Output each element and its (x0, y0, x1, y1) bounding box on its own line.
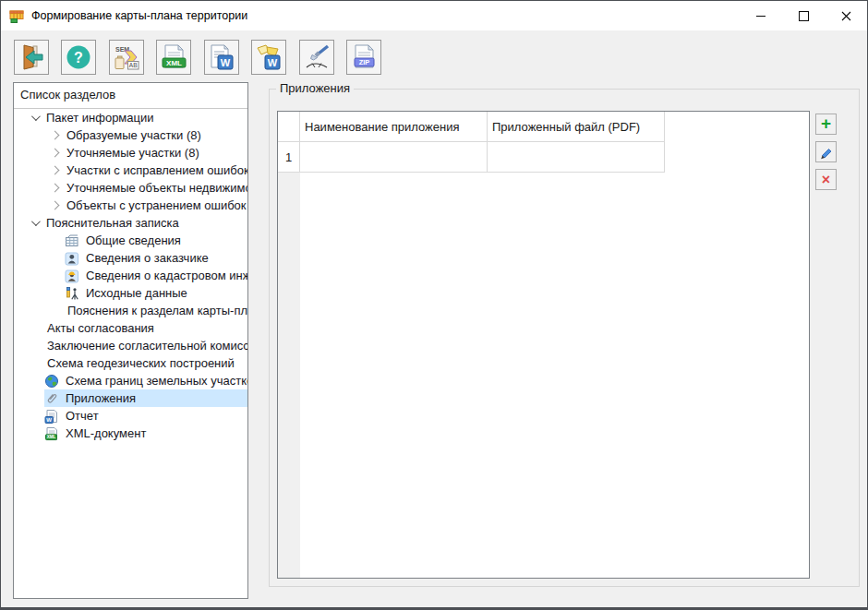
svg-text:W: W (46, 417, 52, 423)
tree-item-body[interactable]: Исходные данные (65, 284, 247, 302)
tree-item-body[interactable]: Участки с исправлением ошибок ... (64, 161, 247, 179)
tree-item-body[interactable]: Пакет информации (43, 109, 247, 126)
tree-indent (14, 319, 44, 337)
minimize-button[interactable] (740, 1, 782, 30)
tree-item[interactable]: Общие сведения (14, 232, 247, 249)
exit-button[interactable] (14, 40, 49, 75)
chevron-expanded-icon[interactable] (25, 109, 43, 126)
tree-item[interactable]: Приложения (14, 389, 247, 407)
tree-item[interactable]: Объекты с устранением ошибок ... (14, 197, 247, 214)
tree-item[interactable]: Акты согласования (14, 319, 247, 337)
tree-item-label: Акты согласования (44, 321, 157, 335)
tree-item-label: Общие сведения (83, 233, 184, 247)
attachments-group-label: Приложения (276, 81, 354, 95)
tree-item-body[interactable]: Заключение согласительной комиссии (44, 337, 247, 354)
tree-item[interactable]: Сведения о кадастровом инж... (14, 267, 247, 284)
tree-item-label: Образуемые участки (8) (64, 128, 204, 142)
tree-item[interactable]: Участки с исправлением ошибок ... (14, 161, 247, 179)
tree-indent (14, 425, 44, 442)
draw-scheme-button[interactable] (299, 40, 334, 75)
tree-item[interactable]: Пояснительная записка (14, 214, 247, 232)
export-xml-button[interactable]: XML (156, 40, 191, 75)
tree-item-body[interactable]: Схема границ земельных участков (44, 372, 247, 389)
attachment-name-cell[interactable] (300, 142, 488, 173)
tree-item[interactable]: Пояснения к разделам карты-пл... (14, 302, 247, 319)
tree-item[interactable]: Исходные данные (14, 284, 247, 302)
tree-item[interactable]: XMLXML-документ (14, 425, 247, 442)
sem-editor-icon: SEM AB (113, 43, 140, 71)
zip-file-icon: ZIP (350, 43, 378, 71)
tree-item-body[interactable]: WОтчет (44, 407, 247, 425)
tree-item[interactable]: WОтчет (14, 407, 247, 425)
chevron-collapsed-icon[interactable] (45, 126, 64, 144)
tree-item-body[interactable]: Объекты с устранением ошибок ... (64, 197, 247, 214)
svg-text:AB: AB (129, 62, 138, 68)
tree-item-label: XML-документ (63, 426, 149, 440)
export-word-button[interactable]: W (204, 40, 239, 75)
tree-indent (14, 337, 44, 354)
tree-item-label: Приложения (63, 391, 139, 405)
tree-item[interactable]: Схема геодезических построений (14, 354, 247, 372)
section-tree: Пакет информацииОбразуемые участки (8)Ут… (14, 109, 247, 442)
tree-item[interactable]: Сведения о заказчике (14, 249, 247, 267)
tree-item-body[interactable]: Общие сведения (65, 232, 247, 249)
edit-attachment-button[interactable] (815, 141, 837, 162)
tree-item-body[interactable]: Схема геодезических построений (44, 354, 247, 372)
tree-item[interactable]: Образуемые участки (8) (14, 126, 247, 144)
tree-item-label: Сведения о заказчике (83, 251, 211, 265)
column-header[interactable]: Приложенный файл (PDF) (488, 112, 665, 142)
tree-item-body[interactable]: Пояснительная записка (43, 214, 247, 232)
chevron-collapsed-icon[interactable] (45, 197, 64, 214)
chevron-collapsed-icon[interactable] (45, 144, 64, 161)
tree-indent (14, 214, 25, 232)
tree-item-body[interactable]: Образуемые участки (8) (64, 126, 247, 144)
tree-item-label: Заключение согласительной комиссии (44, 339, 248, 353)
sem-editor-button[interactable]: SEM AB (109, 40, 144, 75)
attachment-file-cell[interactable] (488, 142, 665, 173)
tree-item-label: Схема границ земельных участков (63, 374, 248, 388)
tree-item-label: Уточняемые участки (8) (64, 146, 202, 160)
tree-item[interactable]: Пакет информации (14, 109, 247, 126)
tree-item-body[interactable]: Приложения (44, 389, 247, 407)
sections-panel-header: Список разделов (14, 83, 247, 109)
tree-item[interactable]: Заключение согласительной комиссии (14, 337, 247, 354)
app-icon (9, 8, 25, 24)
export-zip-button[interactable]: ZIP (346, 40, 381, 75)
tree-indent (14, 267, 65, 284)
tree-item[interactable]: Уточняемые участки (8) (14, 144, 247, 161)
tree-item-body[interactable]: Уточняемые участки (8) (64, 144, 247, 161)
row-number-header (278, 112, 300, 142)
maximize-button[interactable] (782, 1, 825, 30)
pencil-icon (819, 145, 833, 160)
add-attachment-button[interactable]: + (815, 114, 837, 135)
engineer-icon (65, 269, 79, 283)
help-icon: ? (65, 43, 92, 71)
chevron-expanded-icon[interactable] (25, 214, 43, 232)
svg-text:ZIP: ZIP (359, 58, 370, 66)
tree-item-body[interactable]: Сведения о кадастровом инж... (65, 267, 247, 284)
sections-panel: Список разделов Пакет информацииОбразуем… (13, 82, 248, 599)
chevron-collapsed-icon[interactable] (45, 161, 64, 179)
tree-item-body[interactable]: Уточняемые объекты недвижимо... (64, 179, 247, 197)
svg-text:W: W (221, 57, 231, 68)
tree-item[interactable]: Схема границ земельных участков (14, 372, 247, 389)
tree-item-body[interactable]: Сведения о заказчике (65, 249, 247, 267)
attachments-actions: + × (815, 114, 837, 197)
tree-item-body[interactable]: Акты согласования (44, 319, 247, 337)
xml-file-icon: XML (160, 43, 187, 71)
column-header[interactable]: Наименование приложения (300, 112, 488, 142)
tree-indent (14, 126, 45, 144)
export-word-map-button[interactable]: W (251, 40, 286, 75)
delete-attachment-button[interactable]: × (815, 169, 837, 190)
window-title: Формирование карты-плана территории (31, 9, 247, 22)
chevron-collapsed-icon[interactable] (45, 179, 64, 197)
attachments-table[interactable]: Наименование приложенияПриложенный файл … (277, 111, 810, 579)
svg-text:XML: XML (166, 59, 182, 67)
brush-sketch-icon (303, 43, 331, 71)
help-button[interactable]: ? (61, 40, 96, 75)
maximize-icon (799, 11, 809, 21)
close-button[interactable] (825, 1, 867, 30)
tree-item-body[interactable]: Пояснения к разделам карты-пл... (65, 302, 247, 319)
tree-item[interactable]: Уточняемые объекты недвижимо... (14, 179, 247, 197)
tree-item-body[interactable]: XMLXML-документ (44, 425, 247, 442)
